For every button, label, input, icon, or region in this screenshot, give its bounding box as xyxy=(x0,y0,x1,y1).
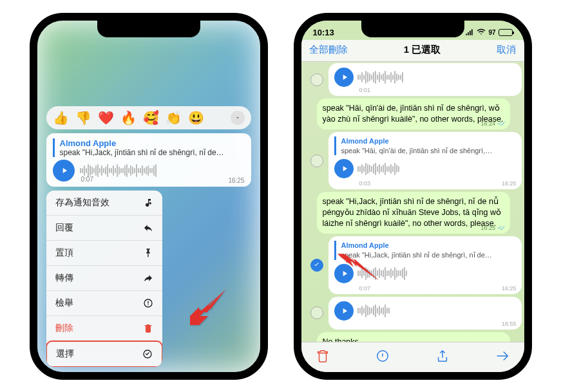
reaction-hearteyes-icon[interactable]: 🥰 xyxy=(143,110,159,126)
selection-checkbox[interactable] xyxy=(310,73,323,86)
selection-checkbox[interactable] xyxy=(310,154,323,167)
menu-report[interactable]: 檢舉 xyxy=(46,291,162,316)
info-icon xyxy=(376,349,390,363)
message-text: speak "Hāi, qīn'ài de, jīntiān shì nǐ de… xyxy=(323,104,504,124)
menu-save-sound[interactable]: 存為通知音效 xyxy=(46,191,162,216)
svg-marker-5 xyxy=(352,259,378,280)
waveform-icon[interactable] xyxy=(80,163,245,178)
report-selected-button[interactable] xyxy=(376,349,390,366)
incoming-reply-message[interactable]: Almond Apple speak "Hāi, qīn'ài de, jīnt… xyxy=(328,132,522,190)
outgoing-text-message[interactable]: speak "Hi,Jack, jīntiān shì nǐ de shēngr… xyxy=(317,192,510,234)
menu-label: 回覆 xyxy=(55,222,73,234)
more-reactions-button[interactable] xyxy=(231,111,245,125)
battery-percent: 97 xyxy=(488,29,495,36)
message-timestamp: 16:25 xyxy=(502,180,517,187)
play-button[interactable] xyxy=(53,160,75,182)
waveform-icon xyxy=(357,70,493,84)
share-icon xyxy=(435,349,450,363)
waveform-icon xyxy=(357,304,493,318)
chat-messages-pane[interactable]: 0:01 speak "Hāi, qīn'ài de, jīntiān shì … xyxy=(301,62,524,342)
status-time: 10:13 xyxy=(313,28,334,37)
voice-duration: 0:07 xyxy=(81,176,93,183)
iphone-notch xyxy=(361,21,464,37)
context-message-preview[interactable]: Almond Apple speak "Hi,Jack, jīntiān shì… xyxy=(46,133,251,187)
message-text: No thanks xyxy=(323,337,359,342)
menu-label: 置頂 xyxy=(55,247,73,259)
menu-reply[interactable]: 回覆 xyxy=(46,216,162,241)
menu-forward[interactable]: 轉傳 xyxy=(46,266,162,291)
annotation-red-arrow xyxy=(336,249,381,287)
message-timestamp: 16:24 xyxy=(480,120,504,127)
reply-quoted-text: speak "Hāi, qīn'ài de, jīntiān shì nǐ de… xyxy=(341,146,502,156)
menu-select[interactable]: 選擇 xyxy=(46,341,162,367)
share-selected-button[interactable] xyxy=(435,349,450,366)
svg-marker-0 xyxy=(201,289,226,312)
reaction-fire-icon[interactable]: 🔥 xyxy=(120,110,137,126)
reaction-thumbs-up-icon[interactable]: 👍 xyxy=(53,110,69,126)
phone-right-mockup: 10:13 97 全部刪除 1 已選取 取消 0:01 s xyxy=(294,13,532,380)
voice-message-incoming[interactable]: 16:55 xyxy=(328,297,522,330)
selection-checkbox-checked[interactable] xyxy=(310,259,323,272)
info-icon xyxy=(143,298,153,308)
delete-selected-button[interactable] xyxy=(316,349,330,366)
outgoing-text-message[interactable]: No thanks 16:56 xyxy=(317,332,510,342)
battery-icon xyxy=(499,29,513,36)
reaction-heart-icon[interactable]: ❤️ xyxy=(98,110,114,126)
selection-toolbar: 全部刪除 1 已選取 取消 xyxy=(301,40,524,62)
read-ticks-icon xyxy=(497,120,505,127)
reply-sender-name: Almond Apple xyxy=(341,136,516,146)
selection-checkbox[interactable] xyxy=(310,306,323,319)
forward-arrow-icon xyxy=(495,349,509,363)
iphone-notch xyxy=(97,21,200,37)
phone-left-mockup: 👍 👎 ❤️ 🔥 🥰 👏 😃 Almond Apple speak "Hi,Ja… xyxy=(30,13,268,380)
outgoing-text-message[interactable]: speak "Hāi, qīn'ài de, jīntiān shì nǐ de… xyxy=(317,98,510,129)
play-button[interactable] xyxy=(334,301,354,321)
cellular-signal-icon xyxy=(465,27,474,38)
message-timestamp: 16:25 xyxy=(480,224,504,232)
message-text: speak "Hi,Jack, jīntiān shì nǐ de shēngr… xyxy=(323,197,501,228)
forward-selected-button[interactable] xyxy=(495,349,509,366)
reply-arrow-icon xyxy=(143,223,153,233)
delete-all-button[interactable]: 全部刪除 xyxy=(309,44,348,56)
menu-label: 轉傳 xyxy=(55,272,73,284)
voice-duration: 0:03 xyxy=(359,180,371,187)
play-button[interactable] xyxy=(334,159,354,178)
check-circle-icon xyxy=(142,349,153,359)
reaction-grin-icon[interactable]: 😃 xyxy=(188,110,204,126)
voice-duration: 0:01 xyxy=(359,86,371,94)
context-menu: 存為通知音效 回覆 置頂 轉傳 檢舉 刪除 xyxy=(46,191,162,367)
play-button[interactable] xyxy=(334,68,354,87)
music-add-icon xyxy=(143,198,153,208)
menu-delete[interactable]: 刪除 xyxy=(46,316,162,341)
annotation-red-arrow xyxy=(185,285,231,332)
voice-message-incoming[interactable]: 0:01 xyxy=(328,63,522,96)
play-icon xyxy=(60,166,69,175)
reaction-picker[interactable]: 👍 👎 ❤️ 🔥 🥰 👏 😃 xyxy=(46,106,251,129)
menu-label: 選擇 xyxy=(56,348,74,360)
pin-icon xyxy=(143,248,153,258)
cancel-button[interactable]: 取消 xyxy=(497,44,516,56)
message-timestamp: 16:25 xyxy=(502,285,517,292)
menu-label: 刪除 xyxy=(55,322,73,334)
menu-pin[interactable]: 置頂 xyxy=(46,241,162,266)
forward-arrow-icon xyxy=(143,273,153,283)
trash-icon xyxy=(316,349,330,363)
play-icon xyxy=(340,164,349,173)
message-timestamp: 16:55 xyxy=(502,320,517,328)
selection-action-toolbar xyxy=(301,342,524,372)
sender-name: Almond Apple xyxy=(60,138,245,148)
read-ticks-icon xyxy=(497,225,505,231)
svg-marker-4 xyxy=(338,254,379,280)
reaction-thumbs-down-icon[interactable]: 👎 xyxy=(75,110,91,126)
menu-label: 存為通知音效 xyxy=(55,197,109,209)
play-icon xyxy=(340,306,349,315)
trash-icon xyxy=(143,323,153,333)
wifi-icon xyxy=(477,27,486,38)
check-icon xyxy=(313,261,320,268)
quoted-text: speak "Hi,Jack, jīntiān shì nǐ de shēngr… xyxy=(60,148,245,157)
waveform-icon xyxy=(357,162,516,176)
reaction-clap-icon[interactable]: 👏 xyxy=(166,110,182,126)
chevron-down-icon xyxy=(234,114,242,122)
selection-count-title: 1 已選取 xyxy=(404,44,441,56)
message-timestamp: 16:25 xyxy=(228,177,244,184)
